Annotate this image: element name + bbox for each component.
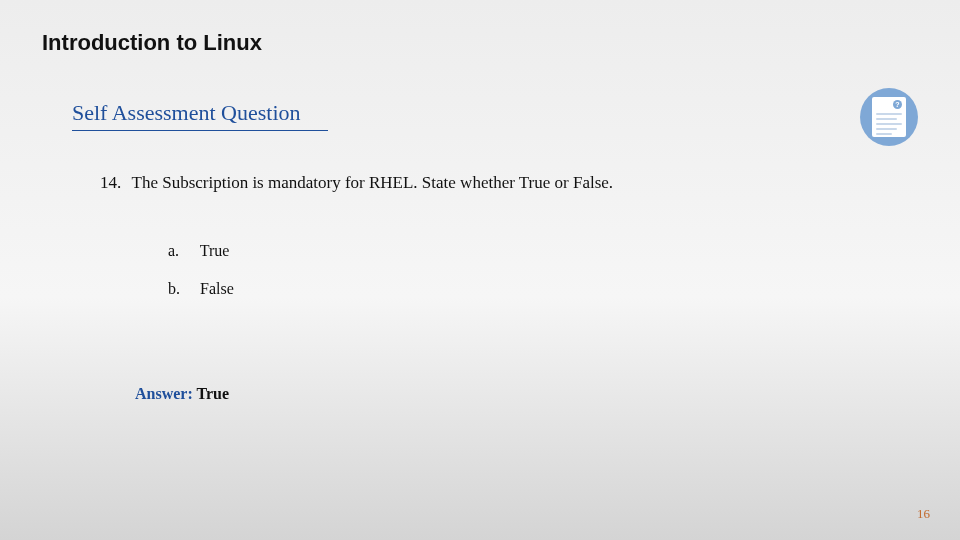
answer-value: True [196,385,229,402]
question-badge-icon: ? [860,88,918,146]
badge-question-mark-icon: ? [893,100,902,109]
options-list: a. True b. False [168,242,234,318]
question-text: 14. The Subscription is mandatory for RH… [100,173,613,193]
answer-line: Answer: True [135,385,229,403]
option-a: a. True [168,242,234,260]
option-letter: b. [168,280,196,298]
option-text: True [200,242,230,259]
question-body: The Subscription is mandatory for RHEL. … [132,173,614,192]
section-heading-underline [72,130,328,131]
page-number: 16 [917,506,930,522]
slide: Introduction to Linux Self Assessment Qu… [0,0,960,540]
question-number: 14. [100,173,121,192]
option-letter: a. [168,242,196,260]
badge-document-icon: ? [872,97,906,137]
option-text: False [200,280,234,297]
section-heading: Self Assessment Question [72,100,301,126]
option-b: b. False [168,280,234,298]
answer-label: Answer: [135,385,196,402]
page-title: Introduction to Linux [42,30,262,56]
